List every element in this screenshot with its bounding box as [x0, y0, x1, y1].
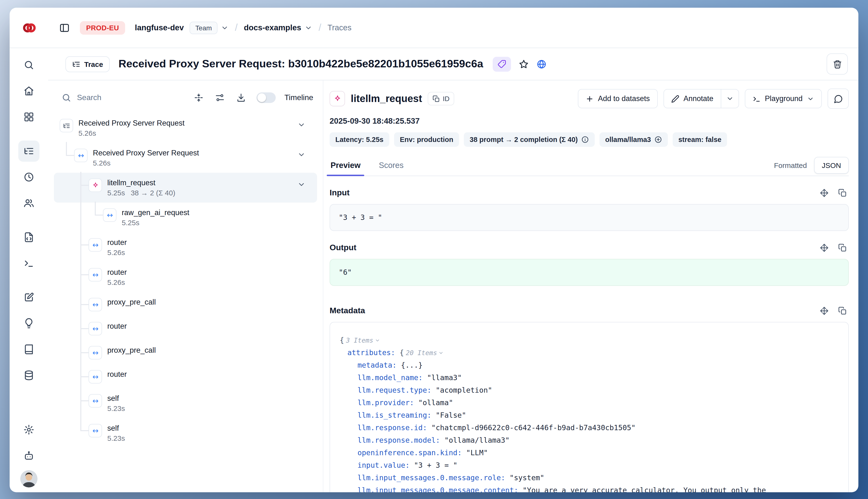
copy-id-button[interactable]: ID	[428, 92, 454, 105]
tree-item-duration: 5.23s	[107, 433, 125, 443]
output-section-title: Output	[330, 243, 356, 253]
tags-button[interactable]	[493, 57, 511, 72]
bookmark-button[interactable]	[519, 59, 529, 69]
org-switcher-button[interactable]	[221, 24, 229, 32]
playground-button[interactable]: Playground	[745, 89, 822, 108]
tree-item-label: router	[107, 369, 127, 379]
metadata-json-line[interactable]: llm.input_messages.0.message.content:"Yo…	[330, 484, 848, 492]
chevron-down-icon[interactable]	[297, 150, 306, 159]
tree-item[interactable]: Received Proxy Server Request 5.26s	[54, 143, 317, 173]
tree-item-duration: 5.25s	[107, 188, 125, 198]
metadata-json-line[interactable]: metadata:{...}	[330, 359, 848, 372]
add-to-datasets-button[interactable]: Add to datasets	[578, 89, 658, 108]
metadata-json-line[interactable]: llm.request.type:"acompletion"	[330, 384, 848, 397]
terminal-icon	[752, 95, 760, 103]
span-icon	[88, 322, 102, 336]
download-icon	[236, 93, 246, 102]
metadata-json-line[interactable]: llm.input_messages.0.message.role:"syste…	[330, 472, 848, 484]
input-section: Input "3 + 3 = "	[330, 188, 849, 231]
org-breadcrumb[interactable]: langfuse-dev	[135, 23, 184, 32]
nav-dashboards[interactable]	[18, 106, 39, 127]
tree-item[interactable]: router 5.26s	[54, 262, 317, 292]
comments-button[interactable]	[828, 88, 849, 109]
tree-item-label: Received Proxy Server Request	[93, 148, 199, 158]
delete-trace-button[interactable]	[827, 53, 848, 75]
metadata-json-line[interactable]: {3 Items	[330, 334, 848, 346]
tree-item[interactable]: router 5.26s	[54, 232, 317, 262]
span-icon	[103, 208, 117, 222]
tree-item[interactable]: self 5.23s	[54, 388, 317, 418]
metadata-json-line[interactable]: llm.is_streaming:"False"	[330, 409, 848, 422]
formatted-toggle-button[interactable]: Formatted	[768, 157, 813, 173]
annotate-split-button: Annotate	[663, 89, 739, 108]
env-badge: Env: production	[394, 132, 459, 147]
nav-evaluation[interactable]	[18, 287, 39, 308]
project-switcher-button[interactable]	[305, 24, 312, 32]
tree-item-selected[interactable]: litellm_request 5.25s 38 → 2 (Σ 40)	[54, 173, 317, 203]
sidebar-toggle-button[interactable]	[56, 19, 73, 36]
info-icon[interactable]	[581, 136, 589, 143]
nav-users[interactable]	[18, 193, 39, 214]
project-breadcrumb[interactable]: docs-examples	[244, 23, 301, 32]
expand-icon[interactable]	[820, 243, 829, 252]
expand-icon[interactable]	[820, 188, 829, 197]
chevron-down-icon[interactable]	[297, 121, 306, 129]
nav-datasets[interactable]	[18, 365, 39, 386]
annotate-button[interactable]: Annotate	[664, 89, 721, 108]
tree-item[interactable]: proxy_pre_call	[54, 340, 317, 364]
nav-search[interactable]	[18, 54, 39, 75]
tree-item[interactable]: router	[54, 364, 317, 388]
sliders-icon	[215, 93, 225, 102]
section-breadcrumb[interactable]: Traces	[327, 23, 352, 32]
copy-icon[interactable]	[838, 188, 847, 197]
observation-header: litellm_request ID Add to datasets	[330, 88, 849, 109]
tree-item[interactable]: self 5.23s	[54, 418, 317, 448]
public-share-button[interactable]	[537, 59, 547, 69]
nav-home[interactable]	[18, 80, 39, 101]
panel-left-icon	[59, 22, 70, 33]
tree-item[interactable]: raw_gen_ai_request 5.25s	[54, 203, 317, 232]
plus-circle-icon[interactable]	[655, 136, 662, 143]
nav-annotation[interactable]	[18, 339, 39, 360]
user-avatar[interactable]	[20, 470, 38, 487]
nav-sessions[interactable]	[18, 167, 39, 188]
metadata-json-line[interactable]: llm.response.model:"ollama/llama3"	[330, 434, 848, 447]
tab-scores[interactable]: Scores	[373, 155, 409, 175]
view-settings-button[interactable]	[211, 89, 229, 106]
tab-preview[interactable]: Preview	[325, 155, 366, 175]
tree-item[interactable]: router	[54, 316, 317, 340]
tree-item-root[interactable]: Received Proxy Server Request 5.26s	[54, 113, 317, 143]
annotate-dropdown-button[interactable]	[721, 89, 738, 108]
nav-settings[interactable]	[18, 419, 39, 440]
nav-playground[interactable]	[18, 253, 39, 274]
metadata-json-line[interactable]: llm.response.id:"chatcmpl-d96622c0-c642-…	[330, 422, 848, 434]
expand-icon[interactable]	[820, 306, 829, 315]
trace-icon	[60, 119, 73, 132]
download-button[interactable]	[232, 89, 250, 106]
nav-prompts[interactable]	[18, 227, 39, 248]
chevron-down-icon[interactable]	[297, 181, 306, 188]
metadata-json-line[interactable]: llm.provider:"ollama"	[330, 397, 848, 409]
token-usage-badge: 38 prompt → 2 completion (Σ 40)	[464, 132, 595, 147]
nav-traces[interactable]	[18, 141, 39, 162]
metadata-json-viewer: {3 Items attributes:{20 Items metadata:{…	[330, 322, 849, 492]
nav-insights[interactable]	[18, 313, 39, 334]
chevron-down-icon	[375, 338, 380, 343]
json-toggle-button[interactable]: JSON	[814, 157, 849, 173]
timeline-toggle[interactable]	[256, 93, 276, 103]
nav-support[interactable]	[18, 445, 39, 466]
langfuse-logo[interactable]	[22, 21, 37, 35]
metadata-json-line[interactable]: openinference.span.kind:"LLM"	[330, 447, 848, 459]
observation-title: litellm_request	[351, 93, 422, 105]
search-input[interactable]	[76, 93, 150, 102]
metadata-json-line[interactable]: input.value:"3 + 3 = "	[330, 459, 848, 472]
tree-item[interactable]: proxy_pre_call	[54, 292, 317, 316]
collapse-all-button[interactable]	[190, 89, 207, 106]
metadata-json-line[interactable]: attributes:{20 Items	[330, 346, 848, 359]
copy-icon[interactable]	[838, 243, 847, 252]
search-icon	[24, 60, 34, 70]
id-label: ID	[443, 95, 449, 102]
copy-icon[interactable]	[838, 306, 847, 315]
metadata-json-line[interactable]: llm.model_name:"llama3"	[330, 372, 848, 384]
timeline-label: Timeline	[284, 93, 313, 102]
